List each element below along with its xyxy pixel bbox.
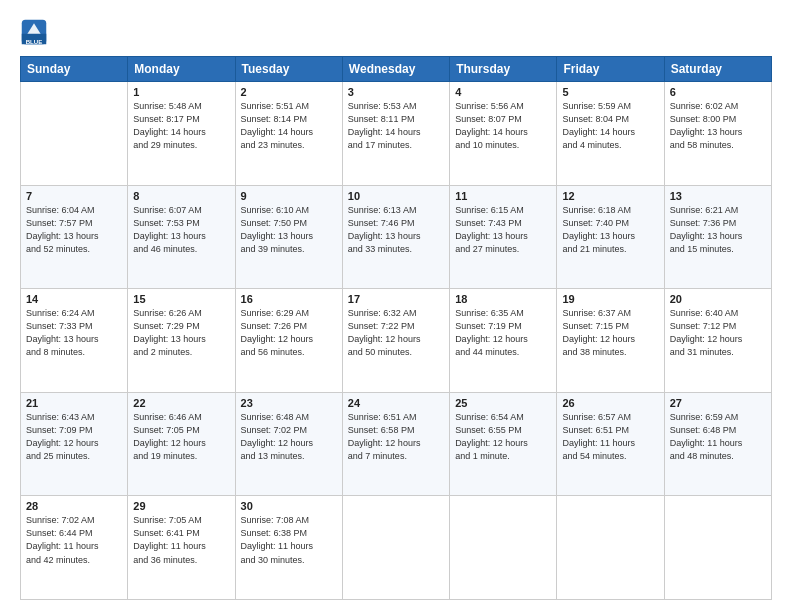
day-number: 15 <box>133 293 229 305</box>
day-number: 12 <box>562 190 658 202</box>
day-number: 27 <box>670 397 766 409</box>
day-info: Sunrise: 6:04 AM Sunset: 7:57 PM Dayligh… <box>26 204 122 256</box>
day-info: Sunrise: 6:57 AM Sunset: 6:51 PM Dayligh… <box>562 411 658 463</box>
day-number: 7 <box>26 190 122 202</box>
page: BLUE SundayMondayTuesdayWednesdayThursda… <box>0 0 792 612</box>
calendar-cell: 27Sunrise: 6:59 AM Sunset: 6:48 PM Dayli… <box>664 392 771 496</box>
calendar-cell: 21Sunrise: 6:43 AM Sunset: 7:09 PM Dayli… <box>21 392 128 496</box>
calendar-cell: 23Sunrise: 6:48 AM Sunset: 7:02 PM Dayli… <box>235 392 342 496</box>
day-number: 22 <box>133 397 229 409</box>
calendar-cell: 1Sunrise: 5:48 AM Sunset: 8:17 PM Daylig… <box>128 82 235 186</box>
day-info: Sunrise: 6:43 AM Sunset: 7:09 PM Dayligh… <box>26 411 122 463</box>
weekday-header-monday: Monday <box>128 57 235 82</box>
day-info: Sunrise: 6:07 AM Sunset: 7:53 PM Dayligh… <box>133 204 229 256</box>
calendar-cell: 19Sunrise: 6:37 AM Sunset: 7:15 PM Dayli… <box>557 289 664 393</box>
calendar-cell <box>450 496 557 600</box>
day-number: 19 <box>562 293 658 305</box>
calendar-cell <box>21 82 128 186</box>
day-number: 3 <box>348 86 444 98</box>
day-info: Sunrise: 7:02 AM Sunset: 6:44 PM Dayligh… <box>26 514 122 566</box>
calendar-cell: 15Sunrise: 6:26 AM Sunset: 7:29 PM Dayli… <box>128 289 235 393</box>
day-number: 10 <box>348 190 444 202</box>
header: BLUE <box>20 18 772 46</box>
calendar-cell: 18Sunrise: 6:35 AM Sunset: 7:19 PM Dayli… <box>450 289 557 393</box>
day-number: 11 <box>455 190 551 202</box>
calendar-cell: 8Sunrise: 6:07 AM Sunset: 7:53 PM Daylig… <box>128 185 235 289</box>
calendar-body: 1Sunrise: 5:48 AM Sunset: 8:17 PM Daylig… <box>21 82 772 600</box>
day-info: Sunrise: 6:24 AM Sunset: 7:33 PM Dayligh… <box>26 307 122 359</box>
weekday-header-sunday: Sunday <box>21 57 128 82</box>
weekday-header-tuesday: Tuesday <box>235 57 342 82</box>
day-info: Sunrise: 6:46 AM Sunset: 7:05 PM Dayligh… <box>133 411 229 463</box>
day-info: Sunrise: 7:05 AM Sunset: 6:41 PM Dayligh… <box>133 514 229 566</box>
calendar-cell: 28Sunrise: 7:02 AM Sunset: 6:44 PM Dayli… <box>21 496 128 600</box>
calendar-cell: 29Sunrise: 7:05 AM Sunset: 6:41 PM Dayli… <box>128 496 235 600</box>
day-info: Sunrise: 6:59 AM Sunset: 6:48 PM Dayligh… <box>670 411 766 463</box>
day-info: Sunrise: 6:51 AM Sunset: 6:58 PM Dayligh… <box>348 411 444 463</box>
day-number: 4 <box>455 86 551 98</box>
calendar-cell <box>557 496 664 600</box>
day-info: Sunrise: 6:35 AM Sunset: 7:19 PM Dayligh… <box>455 307 551 359</box>
calendar-cell: 20Sunrise: 6:40 AM Sunset: 7:12 PM Dayli… <box>664 289 771 393</box>
calendar-cell <box>342 496 449 600</box>
calendar-header: SundayMondayTuesdayWednesdayThursdayFrid… <box>21 57 772 82</box>
calendar-cell: 24Sunrise: 6:51 AM Sunset: 6:58 PM Dayli… <box>342 392 449 496</box>
weekday-header-saturday: Saturday <box>664 57 771 82</box>
day-number: 29 <box>133 500 229 512</box>
day-number: 8 <box>133 190 229 202</box>
day-info: Sunrise: 6:18 AM Sunset: 7:40 PM Dayligh… <box>562 204 658 256</box>
day-info: Sunrise: 5:56 AM Sunset: 8:07 PM Dayligh… <box>455 100 551 152</box>
calendar-cell: 14Sunrise: 6:24 AM Sunset: 7:33 PM Dayli… <box>21 289 128 393</box>
day-number: 24 <box>348 397 444 409</box>
calendar-week-row: 14Sunrise: 6:24 AM Sunset: 7:33 PM Dayli… <box>21 289 772 393</box>
svg-text:BLUE: BLUE <box>26 38 43 45</box>
day-info: Sunrise: 6:10 AM Sunset: 7:50 PM Dayligh… <box>241 204 337 256</box>
calendar-cell: 25Sunrise: 6:54 AM Sunset: 6:55 PM Dayli… <box>450 392 557 496</box>
day-info: Sunrise: 6:48 AM Sunset: 7:02 PM Dayligh… <box>241 411 337 463</box>
calendar-cell: 10Sunrise: 6:13 AM Sunset: 7:46 PM Dayli… <box>342 185 449 289</box>
calendar-cell <box>664 496 771 600</box>
day-number: 26 <box>562 397 658 409</box>
calendar-cell: 2Sunrise: 5:51 AM Sunset: 8:14 PM Daylig… <box>235 82 342 186</box>
day-number: 18 <box>455 293 551 305</box>
day-number: 14 <box>26 293 122 305</box>
weekday-header-wednesday: Wednesday <box>342 57 449 82</box>
logo-icon: BLUE <box>20 18 48 46</box>
calendar-week-row: 28Sunrise: 7:02 AM Sunset: 6:44 PM Dayli… <box>21 496 772 600</box>
calendar-cell: 5Sunrise: 5:59 AM Sunset: 8:04 PM Daylig… <box>557 82 664 186</box>
day-info: Sunrise: 5:51 AM Sunset: 8:14 PM Dayligh… <box>241 100 337 152</box>
calendar-cell: 11Sunrise: 6:15 AM Sunset: 7:43 PM Dayli… <box>450 185 557 289</box>
day-number: 30 <box>241 500 337 512</box>
calendar-cell: 7Sunrise: 6:04 AM Sunset: 7:57 PM Daylig… <box>21 185 128 289</box>
calendar-cell: 3Sunrise: 5:53 AM Sunset: 8:11 PM Daylig… <box>342 82 449 186</box>
day-info: Sunrise: 6:15 AM Sunset: 7:43 PM Dayligh… <box>455 204 551 256</box>
weekday-header-thursday: Thursday <box>450 57 557 82</box>
calendar-cell: 22Sunrise: 6:46 AM Sunset: 7:05 PM Dayli… <box>128 392 235 496</box>
day-info: Sunrise: 5:59 AM Sunset: 8:04 PM Dayligh… <box>562 100 658 152</box>
calendar-cell: 16Sunrise: 6:29 AM Sunset: 7:26 PM Dayli… <box>235 289 342 393</box>
day-number: 5 <box>562 86 658 98</box>
calendar-cell: 17Sunrise: 6:32 AM Sunset: 7:22 PM Dayli… <box>342 289 449 393</box>
day-info: Sunrise: 5:53 AM Sunset: 8:11 PM Dayligh… <box>348 100 444 152</box>
day-number: 28 <box>26 500 122 512</box>
calendar-week-row: 7Sunrise: 6:04 AM Sunset: 7:57 PM Daylig… <box>21 185 772 289</box>
day-number: 13 <box>670 190 766 202</box>
calendar-cell: 26Sunrise: 6:57 AM Sunset: 6:51 PM Dayli… <box>557 392 664 496</box>
weekday-header-row: SundayMondayTuesdayWednesdayThursdayFrid… <box>21 57 772 82</box>
calendar-cell: 13Sunrise: 6:21 AM Sunset: 7:36 PM Dayli… <box>664 185 771 289</box>
day-info: Sunrise: 6:37 AM Sunset: 7:15 PM Dayligh… <box>562 307 658 359</box>
calendar-cell: 6Sunrise: 6:02 AM Sunset: 8:00 PM Daylig… <box>664 82 771 186</box>
weekday-header-friday: Friday <box>557 57 664 82</box>
calendar-cell: 30Sunrise: 7:08 AM Sunset: 6:38 PM Dayli… <box>235 496 342 600</box>
day-number: 16 <box>241 293 337 305</box>
day-number: 9 <box>241 190 337 202</box>
calendar-cell: 9Sunrise: 6:10 AM Sunset: 7:50 PM Daylig… <box>235 185 342 289</box>
day-info: Sunrise: 5:48 AM Sunset: 8:17 PM Dayligh… <box>133 100 229 152</box>
calendar: SundayMondayTuesdayWednesdayThursdayFrid… <box>20 56 772 600</box>
logo: BLUE <box>20 18 52 46</box>
day-info: Sunrise: 7:08 AM Sunset: 6:38 PM Dayligh… <box>241 514 337 566</box>
day-info: Sunrise: 6:40 AM Sunset: 7:12 PM Dayligh… <box>670 307 766 359</box>
day-number: 25 <box>455 397 551 409</box>
day-info: Sunrise: 6:21 AM Sunset: 7:36 PM Dayligh… <box>670 204 766 256</box>
calendar-week-row: 1Sunrise: 5:48 AM Sunset: 8:17 PM Daylig… <box>21 82 772 186</box>
